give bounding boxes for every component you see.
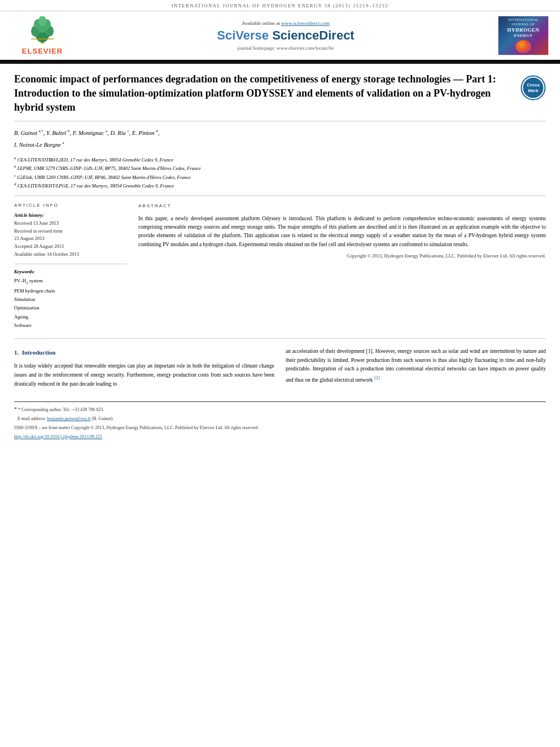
authors-line-2: I. Noirot-Le Borgne a [14, 140, 546, 150]
doi-line: http://dx.doi.org/10.1016/j.ijhydene.201… [14, 434, 546, 441]
affiliation-b: b LEPMI, UMR 5279 CNRS–GINP–UdS–UJF, BP7… [14, 164, 546, 172]
affiliation-a-text: CEA-LITEN/DTBH/L2ED, 17 rue des Martyrs,… [18, 157, 173, 163]
svg-text:Cross: Cross [527, 82, 540, 88]
keyword-simulation: Simulation [14, 295, 127, 304]
sciverse-area: Available online at www.sciencedirect.co… [73, 20, 498, 51]
email-name: (B. Guinot). [92, 416, 114, 421]
author-riu-sup: c [128, 129, 129, 133]
keyword-ageing: Ageing [14, 313, 127, 321]
info-abstract-row: Article Info Article history: Received 1… [14, 203, 546, 339]
email-label: E-mail address: [18, 416, 46, 421]
keyword-software: Software [14, 321, 127, 330]
journal-cover-thumbnail: International Journal of HYDROGEN ENERGY [498, 16, 549, 55]
elsevier-brand-text: ELSEVIER [22, 47, 63, 55]
cover-journal-name: International Journal of HYDROGEN ENERGY [500, 18, 546, 38]
authors-line-1: B. Guinot a,*, Y. Bultel b, F. Montignac… [14, 128, 546, 138]
available-online-label: Available online at www.sciencedirect.co… [85, 20, 487, 26]
keyword-pv-h2: PV–H2 system [14, 277, 127, 286]
author-riu: D. Riu [110, 129, 125, 136]
issn-line: 0360-3199/$ – see front matter Copyright… [14, 425, 546, 432]
body-right-paragraph: an acceleration of their development [1]… [286, 347, 546, 385]
keywords-section: Keywords: PV–H2 system PEM hydrogen chai… [14, 269, 127, 330]
article-info-col: Article Info Article history: Received 1… [14, 203, 127, 330]
reference-1: [1] [374, 375, 380, 381]
affiliation-a: a CEA-LITEN/DTBH/L2ED, 17 rue des Martyr… [14, 155, 546, 164]
author-montignac: F. Montignac [73, 129, 104, 136]
logo-area: ELSEVIER Available online at www.science… [0, 11, 560, 61]
cover-circle-graphic [515, 40, 531, 53]
available-date: Available online 14 October 2013 [14, 251, 127, 259]
body-left-paragraph: It is today widely accepted that renewab… [14, 362, 274, 388]
elsevier-tree-icon [20, 16, 65, 46]
email-note: E-mail address: benjamin.guinot@cea.fr (… [14, 416, 546, 423]
doi-link[interactable]: http://dx.doi.org/10.1016/j.ijhydene.201… [14, 434, 102, 439]
article-title: Economic impact of performances degradat… [14, 72, 512, 115]
author-noirot-sup: a [63, 141, 64, 145]
article-title-section: Economic impact of performances degradat… [14, 72, 546, 121]
author-bultel: Y. Bultel [46, 129, 66, 136]
copyright-text: Copyright © 2013, Hydrogen Energy Public… [138, 252, 546, 260]
history-divider [14, 264, 127, 264]
author-guinot: B. Guinot [14, 129, 37, 136]
history-label: Article history: [14, 212, 127, 218]
received-revised-label: Received in revised form [14, 228, 127, 235]
corresponding-note: * * Corresponding author. Tel.: +33 438 … [14, 405, 546, 414]
corresponding-note-text: * Corresponding author. Tel.: +33 438 78… [18, 407, 104, 412]
page-footer: * * Corresponding author. Tel.: +33 438 … [14, 401, 546, 440]
svg-text:Mark: Mark [528, 88, 539, 93]
sciverse-logo: SciVerse ScienceDirect [85, 28, 487, 43]
accepted-date: Accepted 28 August 2013 [14, 243, 127, 251]
authors-section: B. Guinot a,*, Y. Bultel b, F. Montignac… [14, 128, 546, 150]
abstract-text: In this paper, a newly developed assessm… [138, 215, 546, 249]
abstract-col: Abstract In this paper, a newly develope… [138, 203, 546, 330]
article-history: Article history: Received 13 June 2013 R… [14, 212, 127, 258]
affiliation-b-text: LEPMI, UMR 5279 CNRS–GINP–UdS–UJF, BP75,… [18, 165, 201, 171]
body-right-text: an acceleration of their development [1]… [286, 348, 546, 383]
revised-date: 23 August 2013 [14, 235, 127, 243]
body-section: 1. Introduction It is today widely accep… [14, 347, 546, 393]
email-link[interactable]: benjamin.guinot@cea.fr [47, 416, 91, 421]
section-heading: 1. Introduction [14, 347, 274, 357]
author-pinton: E. Pinton [132, 129, 155, 136]
article-info-label: Article Info [14, 203, 127, 208]
journal-title: International Journal of Hydrogen Energy… [172, 3, 389, 8]
affiliation-c: c G2Elab, UMR 5269 CNRS–GINP–UJF, BP46, … [14, 173, 546, 181]
main-content: Economic impact of performances degradat… [0, 64, 560, 451]
elsevier-logo: ELSEVIER [11, 16, 73, 55]
footnote-star: * [14, 406, 17, 412]
affiliation-d: d CEA-LITEN/DEHT/LPGE, 17 rue des Martyr… [14, 181, 546, 190]
crossmark-badge[interactable]: Cross Mark [520, 75, 546, 101]
affiliation-c-text: G2Elab, UMR 5269 CNRS–GINP–UJF, BP46, 38… [17, 174, 191, 180]
keyword-optimization: Optimization [14, 304, 127, 312]
keyword-pem: PEM hydrogen chain [14, 287, 127, 295]
section-number: 1. [14, 349, 19, 356]
sciverse-url[interactable]: www.sciencedirect.com [281, 20, 330, 26]
body-right-col: an acceleration of their development [1]… [286, 347, 546, 393]
author-guinot-sup: a,* [38, 129, 43, 133]
section-title: Introduction [22, 349, 56, 356]
author-pinton-sup: d [156, 129, 158, 133]
journal-homepage: journal homepage: www.elsevier.com/locat… [85, 45, 487, 51]
affiliations-section: a CEA-LITEN/DTBH/L2ED, 17 rue des Martyr… [14, 155, 546, 196]
received-date: Received 13 June 2013 [14, 220, 127, 228]
abstract-label: Abstract [138, 203, 546, 210]
journal-header-bar: International Journal of Hydrogen Energy… [0, 0, 560, 11]
author-noirot: I. Noirot-Le Borgne [14, 141, 61, 147]
keywords-label: Keywords: [14, 269, 127, 274]
body-left-col: 1. Introduction It is today widely accep… [14, 347, 274, 393]
author-bultel-sup: b [68, 129, 70, 133]
author-montignac-sup: a [106, 129, 107, 133]
affiliation-d-text: CEA-LITEN/DEHT/LPGE, 17 rue des Martyrs,… [18, 183, 174, 189]
